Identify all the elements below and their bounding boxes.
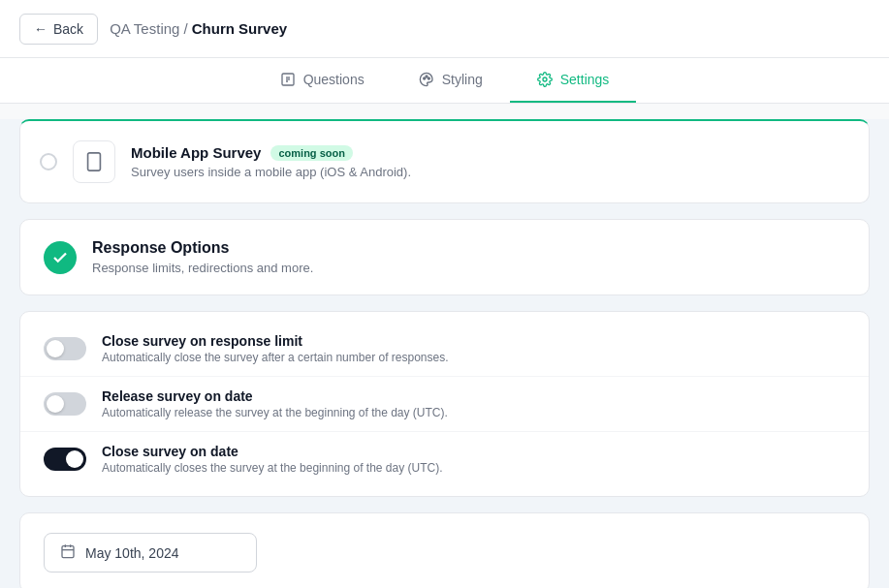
back-button[interactable]: ← Back (19, 14, 98, 45)
toggle-track-close-limit (44, 337, 86, 360)
settings-icon (537, 72, 553, 87)
response-options-description: Response limits, redirections and more. (92, 261, 313, 275)
svg-rect-8 (88, 153, 101, 170)
response-options-info: Response Options Response limits, redire… (92, 239, 313, 275)
questions-icon (280, 72, 296, 87)
tab-settings-label: Settings (560, 72, 610, 87)
back-label: Back (53, 21, 83, 37)
toggles-card: Close survey on response limit Automatic… (19, 311, 870, 497)
toggle-track-release-date (44, 392, 86, 416)
toggle-desc-close-date: Automatically closes the survey at the b… (102, 461, 443, 475)
response-options-title: Response Options (92, 239, 313, 257)
svg-point-5 (426, 76, 428, 77)
breadcrumb-parent: QA Testing / (110, 20, 188, 37)
check-circle-icon (44, 241, 77, 274)
toggle-row-release-date: Release survey on date Automatically rel… (20, 376, 869, 431)
toggle-row-close-limit: Close survey on response limit Automatic… (20, 322, 869, 376)
back-arrow-icon: ← (34, 21, 48, 37)
tab-styling[interactable]: Styling (392, 58, 510, 103)
toggle-label-close-date: Close survey on date (102, 444, 443, 459)
tab-styling-label: Styling (442, 72, 483, 87)
coming-soon-badge: coming soon (270, 145, 352, 161)
calendar-icon (60, 543, 76, 562)
mobile-survey-radio[interactable] (40, 153, 57, 170)
mobile-survey-card: Mobile App Survey coming soon Survey use… (19, 119, 870, 203)
svg-point-4 (423, 77, 425, 79)
svg-point-6 (428, 77, 429, 79)
toggle-close-limit[interactable] (44, 337, 86, 360)
phone-icon (73, 140, 115, 183)
tab-questions-label: Questions (303, 72, 365, 87)
breadcrumb: QA Testing / Churn Survey (110, 20, 287, 37)
svg-rect-10 (62, 546, 74, 558)
toggle-desc-close-limit: Automatically close the survey after a c… (102, 351, 449, 364)
toggle-row-close-date: Close survey on date Automatically close… (20, 431, 869, 486)
mobile-survey-description: Survey users inside a mobile app (iOS & … (131, 165, 411, 179)
mobile-survey-info: Mobile App Survey coming soon Survey use… (131, 144, 411, 179)
styling-icon (419, 72, 434, 87)
svg-point-7 (543, 77, 547, 81)
breadcrumb-current: Churn Survey (192, 20, 287, 37)
toggle-release-date[interactable] (44, 392, 86, 416)
date-picker-card: May 10th, 2024 (19, 512, 870, 588)
tab-settings[interactable]: Settings (510, 58, 637, 103)
main-content: Mobile App Survey coming soon Survey use… (0, 119, 889, 588)
date-picker-button[interactable]: May 10th, 2024 (44, 533, 257, 573)
date-picker-value: May 10th, 2024 (85, 545, 179, 561)
header: ← Back QA Testing / Churn Survey (0, 0, 889, 58)
response-options-card: Response Options Response limits, redire… (19, 219, 870, 295)
tab-questions[interactable]: Questions (253, 58, 392, 103)
mobile-survey-row: Mobile App Survey coming soon Survey use… (40, 140, 849, 183)
toggle-desc-release-date: Automatically release the survey at the … (102, 406, 448, 419)
toggle-track-close-date (44, 448, 86, 471)
toggle-label-release-date: Release survey on date (102, 388, 448, 404)
tabs-bar: Questions Styling Settings (0, 58, 889, 104)
toggle-label-close-limit: Close survey on response limit (102, 333, 449, 349)
mobile-survey-title: Mobile App Survey (131, 144, 261, 161)
toggle-close-date[interactable] (44, 448, 86, 471)
